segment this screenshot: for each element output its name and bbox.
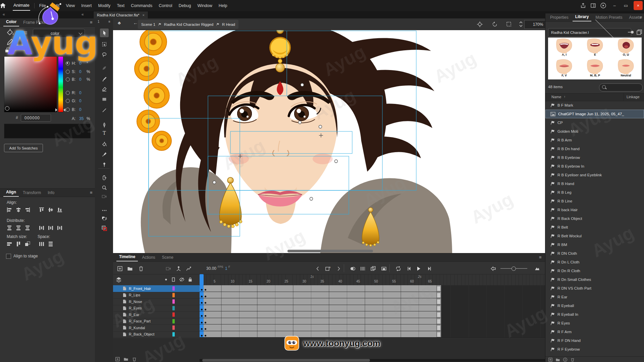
color-cursor[interactable] — [5, 106, 9, 111]
library-item[interactable]: ChatGPT Image Jun 11, 2025, 05_47_ — [545, 110, 644, 118]
layer-frames-R_Eyes[interactable] — [200, 305, 545, 312]
menu-animate[interactable]: Animate — [13, 3, 30, 9]
delete-icon[interactable] — [137, 264, 145, 273]
library-item[interactable]: R B Eyeliser and Eyeblink — [545, 171, 644, 179]
library-item[interactable]: R Ear — [545, 293, 644, 301]
layer-frames-R_Ear[interactable] — [200, 311, 545, 318]
tab-library[interactable]: Library — [573, 13, 592, 21]
menu-modify[interactable]: Modify — [98, 3, 111, 8]
distribute-button-2[interactable] — [14, 224, 22, 232]
space-button-2[interactable] — [47, 240, 54, 248]
line-tool-icon[interactable] — [100, 106, 109, 115]
library-item[interactable]: R Belt — [545, 223, 644, 232]
workspace-icon[interactable] — [588, 2, 598, 10]
lasso-tool-icon[interactable] — [100, 50, 109, 59]
item-properties-icon[interactable] — [563, 357, 568, 362]
reset-timeline-zoom-icon[interactable] — [489, 264, 497, 273]
tab-properties[interactable]: Properties — [547, 14, 571, 21]
layer-row-R_Ear[interactable]: R_Ear — [113, 311, 200, 318]
tab-info[interactable]: Info — [45, 189, 57, 197]
tab-color[interactable]: Color — [3, 18, 19, 26]
layer-outline-color[interactable] — [172, 319, 175, 323]
library-item[interactable]: R Dn Small Clothes — [545, 275, 644, 284]
hide-column-icon[interactable] — [179, 277, 184, 282]
loop-icon[interactable] — [394, 264, 402, 273]
menu-edit[interactable]: Edit — [52, 3, 60, 8]
library-item[interactable]: R Belt Wockul — [545, 232, 644, 240]
fill-options-icon[interactable] — [23, 31, 28, 35]
selection-tool-icon[interactable] — [100, 28, 109, 37]
timeline-zoom-fit-icon[interactable] — [533, 264, 541, 273]
library-item[interactable]: R B Dn hand — [545, 144, 644, 153]
new-library-panel-icon[interactable] — [637, 29, 642, 35]
layer-outline-color[interactable] — [172, 332, 175, 337]
distribute-button-1[interactable] — [5, 224, 13, 232]
color-value[interactable]: 0 — [79, 77, 85, 82]
maximize-button[interactable]: ▭ — [621, 1, 631, 10]
new-frame-icon[interactable] — [116, 264, 124, 273]
layer-frames-R_Lips[interactable] — [200, 292, 545, 299]
home-icon[interactable] — [0, 3, 11, 8]
subselection-tool-icon[interactable] — [100, 40, 109, 49]
swap-swatch-icon[interactable] — [5, 47, 11, 53]
library-menu-icon[interactable]: ≡ — [640, 15, 642, 20]
layer-row-R_Nose[interactable]: R_Nose — [113, 298, 200, 305]
menu-help[interactable]: Help — [219, 3, 227, 8]
layer-row-R_Front_Hair[interactable]: R_Front_Hair — [113, 285, 200, 292]
fluid-brush-tool-icon[interactable] — [100, 64, 109, 72]
column-linkage[interactable]: Linkage — [627, 95, 640, 99]
align-top-button[interactable] — [38, 206, 45, 214]
library-item[interactable]: R F Eyebrow — [545, 345, 644, 354]
edit-multiple-frames-icon[interactable] — [369, 264, 377, 273]
library-item[interactable]: R F Arm — [545, 327, 644, 336]
layer-outline-color[interactable] — [172, 293, 175, 297]
align-bottom-button[interactable] — [56, 206, 63, 214]
space-button-1[interactable] — [38, 240, 45, 248]
add-to-swatches-button[interactable]: Add To Swatches — [4, 144, 43, 152]
layer-outline-color[interactable] — [172, 286, 175, 291]
share-icon[interactable] — [578, 2, 588, 10]
preview-play-icon[interactable] — [598, 2, 608, 10]
swap-colors-icon[interactable] — [100, 215, 109, 223]
library-item[interactable]: R B Eyebrow — [545, 153, 644, 162]
step-back-icon[interactable] — [405, 264, 413, 273]
column-name[interactable]: Name — [551, 95, 561, 99]
menu-control[interactable]: Control — [159, 3, 172, 8]
collapse-tools-icon[interactable]: « — [82, 12, 84, 17]
library-item[interactable]: Golden Moti — [545, 127, 644, 136]
document-tab[interactable]: Radha Kid Character.fla* × — [93, 11, 148, 19]
next-keyframe-icon[interactable] — [334, 264, 342, 273]
align-middle-v-button[interactable] — [47, 206, 54, 214]
layer-row-R_Face_Part[interactable]: R_Face_Part — [113, 318, 200, 325]
menu-file[interactable]: File — [39, 3, 46, 8]
collapse-panel-icon[interactable]: « — [3, 12, 5, 17]
timeline-ruler[interactable]: 51015202530354045505560651s2s — [200, 274, 545, 286]
layer-row-R_Back_Object[interactable]: R_Back_Object — [113, 331, 200, 338]
menu-window[interactable]: Window — [197, 3, 212, 8]
library-item[interactable]: R Dn L Cloth — [545, 258, 644, 266]
align-to-stage-checkbox[interactable] — [6, 254, 11, 259]
menu-text[interactable]: Text — [117, 3, 124, 8]
stroke-pencil-icon[interactable] — [6, 38, 14, 46]
match-size-button-2[interactable] — [14, 240, 22, 248]
menu-debug[interactable]: Debug — [179, 3, 191, 8]
graph-editor-icon[interactable] — [184, 264, 193, 273]
current-frame-value[interactable]: 1 — [225, 266, 227, 271]
new-layer-icon[interactable] — [115, 357, 120, 362]
library-document-dropdown[interactable]: Radha Kid Character.fla — [548, 28, 631, 37]
layer-row-R_Kundal[interactable]: R_Kundal — [113, 324, 200, 331]
layer-outline-color[interactable] — [172, 312, 175, 317]
color-radio[interactable] — [66, 77, 70, 81]
delete-layer-icon[interactable] — [132, 357, 137, 362]
fps-value[interactable]: 30.00 — [206, 266, 216, 271]
library-item[interactable]: CP — [545, 118, 644, 127]
playhead[interactable] — [200, 274, 204, 285]
align-panel-menu-icon[interactable]: ≡ — [90, 190, 93, 195]
distribute-button-5[interactable] — [47, 224, 54, 232]
close-button[interactable]: × — [634, 1, 643, 10]
play-icon[interactable] — [414, 264, 422, 273]
lock-column-icon[interactable] — [187, 277, 193, 282]
zoom-stepper-icon[interactable] — [519, 20, 523, 28]
layer-row-R_Eyes[interactable]: R_Eyes — [113, 305, 200, 312]
layer-frames-R_Face_Part[interactable] — [200, 318, 545, 325]
